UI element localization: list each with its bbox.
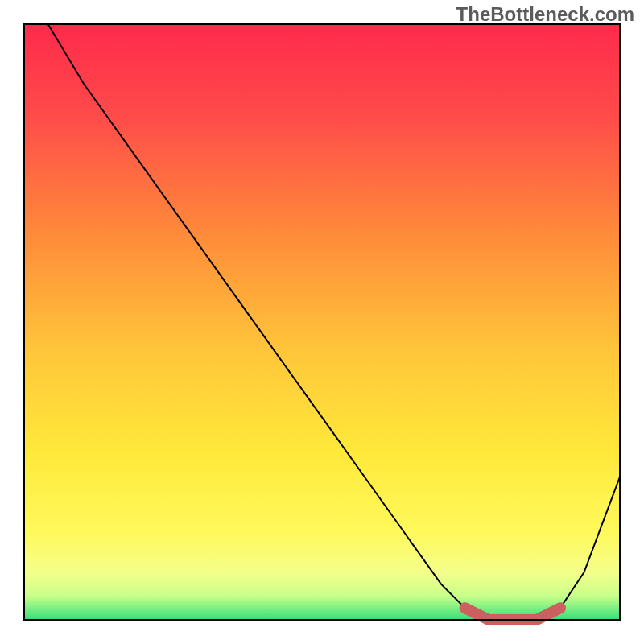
watermark-text: TheBottleneck.com [456,3,634,26]
bottleneck-chart [0,0,644,644]
plot-area [24,24,620,620]
chart-container: TheBottleneck.com [0,0,644,644]
